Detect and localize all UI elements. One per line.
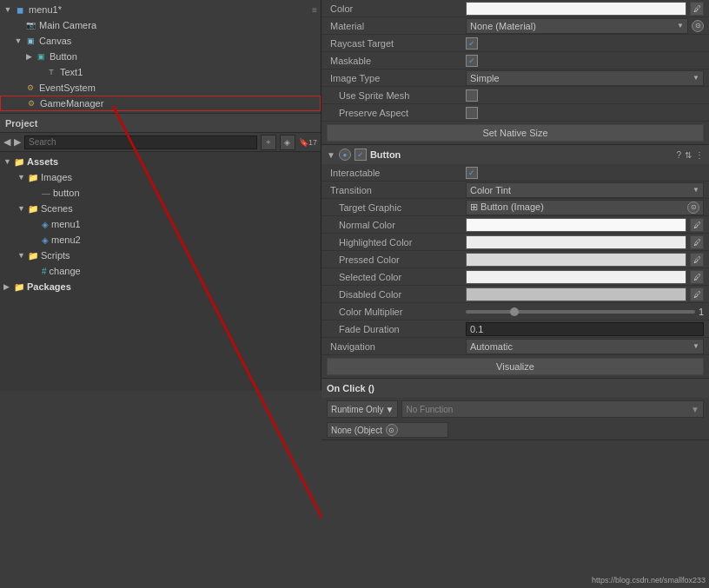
target-graphic-select-btn[interactable]: ⊙ xyxy=(687,202,699,214)
highlighted-eyedropper[interactable]: 🖊 xyxy=(690,235,704,249)
gamemanager-icon: ⚙ xyxy=(25,97,37,109)
runtime-dropdown[interactable]: Runtime Only ▼ xyxy=(327,400,398,418)
project-item-change[interactable]: # change xyxy=(0,263,321,279)
preserve-aspect-value xyxy=(466,107,704,119)
project-item-menu2-scene[interactable]: ◈ menu2 xyxy=(0,232,321,248)
watermark: https://blog.csdn.net/smallfox233 xyxy=(592,576,706,585)
selected-color-picker[interactable] xyxy=(466,270,686,284)
filter-btn[interactable]: ◈ xyxy=(280,135,295,150)
maskable-row: Maskable ✓ xyxy=(321,52,709,69)
disabled-eyedropper[interactable]: 🖊 xyxy=(690,287,704,301)
func-dropdown[interactable]: No Function ▼ xyxy=(401,400,704,418)
project-content: ▼ 📁 Assets ▼ 📁 Images — button xyxy=(0,152,321,391)
chevron-down-icon: ▼ xyxy=(691,405,699,414)
raycast-checkbox[interactable]: ✓ xyxy=(466,37,478,50)
selected-eyedropper[interactable]: 🖊 xyxy=(690,270,704,284)
onclick-title: On Click () xyxy=(327,383,374,393)
color-multiplier-value: 1 xyxy=(699,307,704,317)
raycast-value: ✓ xyxy=(466,37,704,50)
navigation-label: Navigation xyxy=(327,341,466,352)
hierarchy-label: EventSystem xyxy=(39,83,96,93)
toolbar-arrow-left[interactable]: ◀ xyxy=(3,136,10,148)
project-item-button-file[interactable]: — button xyxy=(0,185,321,201)
transition-row: Transition Color Tint ▼ xyxy=(321,182,709,199)
pressed-color-picker[interactable] xyxy=(466,253,686,267)
normal-color-row: Normal Color 🖊 xyxy=(321,216,709,234)
color-multiplier-label: Color Multiplier xyxy=(327,307,466,317)
normal-color-picker[interactable] xyxy=(466,218,686,232)
expand-arrow xyxy=(31,188,40,198)
hierarchy-label: Text1 xyxy=(60,67,83,77)
hierarchy-item-main-camera[interactable]: 📷 Main Camera xyxy=(0,17,321,33)
color-picker[interactable] xyxy=(466,2,686,16)
project-item-images[interactable]: ▼ 📁 Images xyxy=(0,169,321,185)
hierarchy-item-eventsystem[interactable]: ⚙ EventSystem xyxy=(0,80,321,96)
none-obj-field[interactable]: None (Object ⊙ xyxy=(327,422,448,438)
visualize-button[interactable]: Visualize xyxy=(327,358,704,375)
folder-icon: 📁 xyxy=(14,282,24,292)
project-toolbar: ◀ ▶ + ◈ 🔖17 xyxy=(0,133,321,152)
hierarchy-item-gamemanager[interactable]: ⚙ GameManager xyxy=(0,96,321,111)
toolbar-arrow-right[interactable]: ▶ xyxy=(14,136,21,148)
chevron-down-icon: ▼ xyxy=(692,342,699,350)
highlighted-color-picker[interactable] xyxy=(466,235,686,249)
project-item-packages[interactable]: ▶ 📁 Packages xyxy=(0,279,321,294)
none-obj-select-btn[interactable]: ⊙ xyxy=(386,424,398,436)
project-item-scripts[interactable]: ▼ 📁 Scripts xyxy=(0,248,321,263)
interactable-checkbox[interactable]: ✓ xyxy=(466,167,478,179)
none-obj-text: None (Object xyxy=(331,426,382,435)
highlighted-color-row: Highlighted Color 🖊 xyxy=(321,234,709,251)
normal-eyedropper[interactable]: 🖊 xyxy=(690,218,704,232)
raycast-row: Raycast Target ✓ xyxy=(321,35,709,52)
expand-icon[interactable]: ▼ xyxy=(327,150,335,160)
material-dropdown[interactable]: None (Material) ▼ xyxy=(466,18,688,34)
hierarchy-label: menu1* xyxy=(29,4,62,15)
material-label: Material xyxy=(327,21,466,31)
chevron-down-icon: ▼ xyxy=(692,74,699,82)
hierarchy-item-canvas[interactable]: ▼ ▣ Canvas xyxy=(0,33,321,49)
button-enabled-checkbox[interactable]: ✓ xyxy=(354,149,367,161)
hierarchy-label: Main Camera xyxy=(39,20,96,30)
set-native-size-button[interactable]: Set Native Size xyxy=(327,124,704,142)
image-type-dropdown[interactable]: Simple ▼ xyxy=(466,70,704,86)
sprite-mesh-checkbox[interactable] xyxy=(466,89,478,102)
expand-arrow xyxy=(14,83,23,92)
onclick-header: On Click () xyxy=(321,379,709,398)
search-input[interactable] xyxy=(24,135,257,149)
scene-icon: ◈ xyxy=(42,220,49,229)
project-label: Assets xyxy=(27,156,58,167)
material-row: Material None (Material) ▼ ⊙ xyxy=(321,17,709,35)
settings-icon[interactable]: ⇅ xyxy=(685,150,692,160)
none-obj-row: None (Object ⊙ xyxy=(321,420,709,439)
expand-arrow: ▼ xyxy=(3,157,12,166)
transition-dropdown[interactable]: Color Tint ▼ xyxy=(466,182,704,198)
onclick-row: Runtime Only ▼ No Function ▼ xyxy=(321,398,709,420)
help-icon[interactable]: ? xyxy=(676,150,681,160)
disabled-color-picker[interactable] xyxy=(466,287,686,301)
material-select-btn[interactable]: ⊙ xyxy=(692,20,704,32)
hierarchy-item-text1[interactable]: T Text1 xyxy=(0,64,321,80)
selected-color-label: Selected Color xyxy=(327,272,466,282)
cube-icon: ◼ xyxy=(14,3,26,16)
hierarchy-item-menu1[interactable]: ▼ ◼ menu1* ≡ xyxy=(0,2,321,17)
fade-duration-input[interactable] xyxy=(466,322,704,336)
project-item-assets[interactable]: ▼ 📁 Assets xyxy=(0,154,321,169)
pressed-eyedropper[interactable]: 🖊 xyxy=(690,253,704,267)
maskable-checkbox[interactable]: ✓ xyxy=(466,55,478,67)
target-graphic-field[interactable]: ⊞ Button (Image) ⊙ xyxy=(466,200,704,215)
more-icon[interactable]: ⋮ xyxy=(695,150,704,160)
folder-icon: 📁 xyxy=(14,157,24,167)
preserve-aspect-row: Preserve Aspect xyxy=(321,104,709,122)
navigation-dropdown[interactable]: Automatic ▼ xyxy=(466,339,704,354)
project-panel: Project ◀ ▶ + ◈ 🔖17 ▼ 📁 Assets xyxy=(0,113,321,391)
project-item-scenes[interactable]: ▼ 📁 Scenes xyxy=(0,201,321,216)
image-type-text: Simple xyxy=(470,73,500,83)
color-multiplier-slider[interactable] xyxy=(466,310,695,314)
hierarchy-item-button[interactable]: ▶ ▣ Button xyxy=(0,49,321,64)
preserve-aspect-checkbox[interactable] xyxy=(466,107,478,119)
project-item-menu1-scene[interactable]: ◈ menu1 xyxy=(0,216,321,232)
eyedropper-btn[interactable]: 🖊 xyxy=(690,2,704,16)
event-icon: ⚙ xyxy=(24,82,36,94)
add-folder-btn[interactable]: + xyxy=(261,135,276,150)
interactable-row: Interactable ✓ xyxy=(321,164,709,182)
